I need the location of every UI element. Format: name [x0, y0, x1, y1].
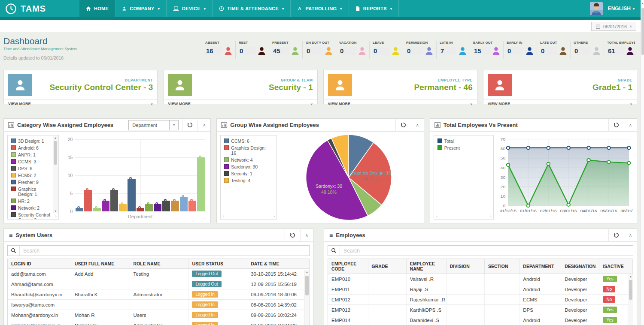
table-row[interactable]: EMP012Rajeshkumar .RECMSDeveloperNo — [328, 295, 633, 305]
scroll-up-icon[interactable]: ▲ — [53, 136, 58, 139]
stat-value: 61 — [607, 47, 624, 55]
table-scrollbar[interactable]: ▲ — [628, 274, 633, 325]
column-header-isactive[interactable]: ISACTIVE — [599, 259, 633, 274]
category-filter-select[interactable]: Department ▾ — [128, 120, 179, 130]
nav-item-patrolling[interactable]: APATROLLING▾ — [291, 0, 349, 17]
legend-hscroll[interactable]: ‹› — [436, 214, 492, 219]
date-picker-button[interactable]: 06/01/2016 ∧ — [591, 22, 636, 31]
table-scrollbar[interactable]: ▲ — [304, 270, 309, 325]
nav-item-reports[interactable]: REPORTS▾ — [349, 0, 399, 17]
page-scrollbar[interactable]: ▲ — [641, 0, 644, 325]
refresh-button[interactable] — [285, 229, 300, 242]
stat-label: EARLY OUT — [473, 41, 501, 45]
scroll-thumb[interactable] — [629, 280, 632, 300]
table-row[interactable]: Iswarya@tams.comLogged In08-08-2016 14:3… — [8, 300, 309, 310]
language-selector[interactable]: ENGLISH ▾ — [608, 6, 635, 12]
column-header-designation[interactable]: DESIGNATION — [561, 259, 599, 274]
table-cell: Android — [519, 274, 561, 284]
stat-late-in: LATE IN7 — [436, 41, 470, 59]
scroll-up-icon[interactable]: ▲ — [628, 275, 633, 278]
collapse-button[interactable]: ∧ — [411, 119, 424, 132]
nav-menu: HOMECOMPANY▾DEVICE▾TIME & ATTENDANCE▾APA… — [79, 0, 399, 17]
nav-item-label: COMPANY — [130, 6, 155, 11]
column-header-login-id[interactable]: LOGIN ID — [8, 259, 71, 269]
legend-label: Total — [444, 138, 454, 144]
y-tick-label: 0 — [62, 209, 73, 214]
bar-marker — [86, 188, 88, 191]
column-header-role-name[interactable]: ROLE NAME — [130, 259, 188, 269]
user-avatar[interactable] — [590, 2, 603, 15]
refresh-button[interactable] — [608, 119, 624, 132]
scroll-down-icon[interactable]: ▼ — [53, 210, 58, 213]
legend-swatch — [11, 199, 16, 203]
point-marker — [587, 146, 590, 149]
column-header-employee-name[interactable]: EMPLOYEE NAME — [406, 259, 446, 274]
column-header-section[interactable]: SECTION — [484, 259, 519, 274]
table-row[interactable]: Ahmad@tams.comLogged Out12-09-2015 15:56… — [8, 279, 309, 289]
legend-hscroll[interactable]: ‹› — [222, 214, 275, 219]
column-header-user-status[interactable]: USER STATUS — [188, 259, 247, 269]
table-row[interactable]: nirmalraj@sardonyx.inNirmal RajAdministr… — [8, 320, 309, 325]
view-more-button[interactable]: VIEW MORE∨ — [4, 99, 157, 108]
column-header-division[interactable]: DIVISION — [446, 259, 484, 274]
chevron-down-icon: ∨ — [310, 102, 313, 106]
collapse-button[interactable]: ∧ — [300, 229, 313, 242]
table-cell — [130, 279, 188, 289]
stat-early-out: EARLY OUT15 — [470, 41, 503, 59]
nav-item-time-attendance[interactable]: TIME & ATTENDANCE▾ — [213, 0, 291, 17]
stat-value: 45 — [272, 47, 289, 55]
view-more-button[interactable]: VIEW MORE∨ — [164, 99, 317, 108]
table-row[interactable]: EMP013KarthikDPS .SDPSDeveloperYes — [328, 305, 633, 315]
chevron-down-icon: ▾ — [633, 7, 635, 11]
legend-swatch — [11, 152, 16, 157]
table-row[interactable]: Mohanr@sardonyx.inMohan RUsersLogged In0… — [8, 310, 309, 320]
table-row[interactable]: EMP014Baranidevi .SAndroidDeveloperYes — [328, 315, 633, 325]
table-row[interactable]: Bharathik@sardonyx.inBharathi KAdministr… — [8, 289, 309, 300]
legend-scrollbar[interactable]: ▲ ▼ — [53, 136, 58, 213]
refresh-button[interactable] — [182, 119, 197, 132]
nav-item-device[interactable]: DEVICE▾ — [167, 0, 213, 17]
view-more-button[interactable]: VIEW MORE∨ — [324, 99, 477, 108]
point-marker — [506, 146, 510, 149]
refresh-button[interactable] — [395, 119, 411, 132]
collapse-button[interactable]: ∧ — [197, 119, 210, 132]
status-badge: Logged In — [192, 291, 218, 298]
panel-category-head: Category Wise Assigned Employees Departm… — [4, 119, 210, 132]
column-header-date-time[interactable]: DATE & TIME — [247, 259, 309, 269]
scroll-thumb[interactable] — [54, 141, 57, 165]
x-tick-label: 03/01/16 — [560, 209, 577, 214]
card-category: EMPLOYEE TYPE — [414, 78, 473, 82]
panel-group-wise: Group Wise Assigned Employees ∧ CCMS: 6G… — [216, 118, 424, 223]
scroll-up-icon[interactable]: ▲ — [641, 2, 644, 5]
select-caret-icon[interactable]: ▾ — [170, 120, 179, 130]
bar-marker — [129, 177, 132, 180]
scroll-thumb[interactable] — [641, 8, 644, 55]
search-input[interactable] — [20, 248, 309, 254]
stat-early-in: EARLY IN0 — [503, 41, 537, 59]
summary-card-group-team: GROUP & TEAMSecurity - 1VIEW MORE∨ — [163, 70, 317, 104]
brand-logo[interactable]: TAMS — [0, 0, 79, 17]
table-cell: Developer — [561, 305, 599, 315]
line-legend-list: TotalPresent — [437, 138, 486, 150]
scroll-up-icon[interactable]: ▲ — [304, 271, 310, 274]
panel-line-head: Total Employees Vs Present ∧ — [430, 119, 637, 132]
search-input[interactable] — [340, 248, 633, 254]
table-row[interactable]: EMP011Rajaji .SAndroidDeveloperNo — [328, 284, 633, 295]
table-cell — [368, 295, 406, 305]
nav-item-home[interactable]: HOME — [79, 0, 115, 17]
stat-value: 0 — [373, 47, 389, 55]
collapse-button[interactable]: ∧ — [624, 119, 637, 132]
search-icon — [328, 246, 340, 256]
scroll-thumb[interactable] — [305, 276, 309, 295]
column-header-grade[interactable]: GRADE — [368, 259, 406, 274]
view-more-button[interactable]: VIEW MORE∨ — [483, 99, 637, 108]
legend-hscroll[interactable]: ‹› — [9, 214, 57, 219]
column-header-user-full-name[interactable]: USER FULL NAME — [71, 259, 130, 269]
table-row[interactable]: EMP010Vairavel .RAndroidDeveloperYes — [328, 274, 633, 284]
column-header-employee-code[interactable]: EMPLOYEE CODE — [328, 259, 368, 274]
collapse-button[interactable]: ∧ — [624, 229, 637, 242]
column-header-department[interactable]: DEPARTMENT — [519, 259, 561, 274]
nav-item-company[interactable]: COMPANY▾ — [115, 0, 167, 17]
table-row[interactable]: add@tams.comAdd AddTestingLogged Out30-1… — [8, 269, 309, 279]
refresh-button[interactable] — [608, 229, 624, 242]
